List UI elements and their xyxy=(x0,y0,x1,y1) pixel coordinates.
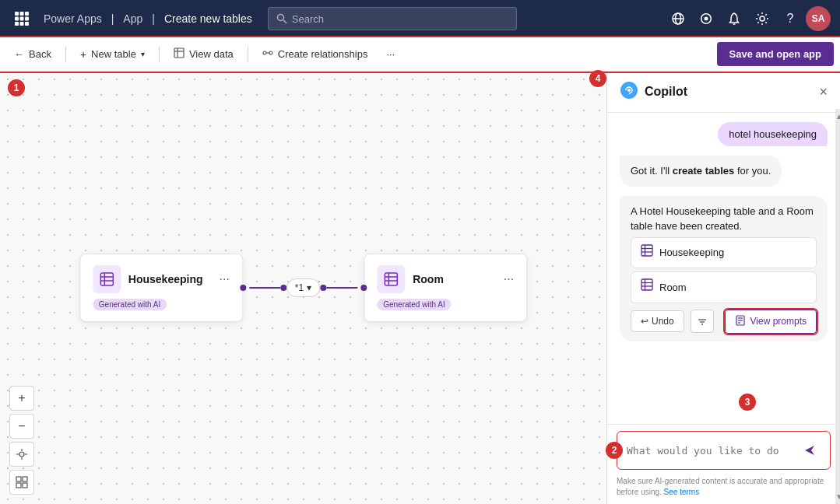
line-seg-1 xyxy=(249,287,280,289)
housekeeping-table-name: Housekeeping xyxy=(128,273,212,285)
pan-tool-button[interactable] xyxy=(9,442,34,467)
chip-name-1: Housekeeping xyxy=(659,245,724,261)
relation-text: *1 xyxy=(295,282,304,293)
chevron-down-icon: ▾ xyxy=(141,50,145,58)
svg-rect-17 xyxy=(174,48,184,58)
create-relationships-button[interactable]: Create relationships xyxy=(255,43,376,65)
bot-message-2-container: A Hotel Housekeeping table and a Room ta… xyxy=(620,196,828,341)
svg-rect-3 xyxy=(15,17,19,21)
copilot-close-button[interactable]: × xyxy=(819,84,828,100)
undo-button[interactable]: ↩ Undo xyxy=(631,310,684,332)
more-options-button[interactable]: ··· xyxy=(378,44,402,65)
zoom-in-button[interactable]: + xyxy=(9,386,34,411)
table-chip-housekeeping[interactable]: Housekeeping xyxy=(631,237,817,269)
bot-msg1-part2: for you. xyxy=(734,165,771,177)
room-table-card[interactable]: Room ··· Generated with AI xyxy=(364,254,527,322)
bot-msg1-part1: Got it. I'll xyxy=(631,165,673,177)
copilot-header: Copilot × xyxy=(607,72,840,113)
room-menu-icon[interactable]: ··· xyxy=(504,272,514,286)
view-prompts-label: View prompts xyxy=(750,316,807,327)
svg-point-21 xyxy=(269,51,272,54)
copilot-footer: 2 Make sure AI-generated content is accu… xyxy=(607,424,840,504)
copilot-input-area xyxy=(617,431,831,470)
scroll-up-arrow[interactable]: ▲ xyxy=(835,112,840,121)
app-label: App xyxy=(123,12,142,25)
relation-label[interactable]: *1 ▾ xyxy=(286,278,320,297)
gear-icon[interactable] xyxy=(750,6,775,31)
view-data-label: View data xyxy=(189,48,234,60)
svg-point-41 xyxy=(627,89,631,92)
back-arrow-icon: ← xyxy=(14,48,24,60)
user-message: hotel housekeeping xyxy=(718,122,828,146)
toolbar-divider-3 xyxy=(248,47,248,62)
relationships-icon xyxy=(262,47,273,61)
svg-point-20 xyxy=(263,51,266,54)
view-data-button[interactable]: View data xyxy=(166,43,241,65)
grid-menu-icon[interactable] xyxy=(9,6,34,31)
scroll-down-arrow[interactable]: ▼ xyxy=(835,492,840,501)
relation-connector: *1 ▾ xyxy=(243,278,364,297)
bot-msg2-text: A Hotel Housekeeping table and a Room ta… xyxy=(631,205,814,233)
svg-rect-8 xyxy=(25,22,29,26)
svg-line-10 xyxy=(283,20,286,23)
housekeeping-menu-icon[interactable]: ··· xyxy=(219,272,229,286)
zoom-out-button[interactable]: − xyxy=(9,414,34,439)
toolbar-divider-2 xyxy=(159,47,160,62)
separator2: | xyxy=(152,12,155,25)
top-navigation: Power Apps | App | Create new tables Sea… xyxy=(0,0,840,37)
copilot-title: Copilot xyxy=(645,85,813,99)
copilot-disclaimer: Make sure AI-generated content is accura… xyxy=(617,476,831,498)
copilot-icon[interactable] xyxy=(694,6,719,31)
toolbar: ← Back + New table ▾ View data Create re… xyxy=(0,37,840,72)
relation-dot-left xyxy=(280,285,286,291)
card-dot-left-room xyxy=(360,285,367,291)
user-avatar[interactable]: SA xyxy=(806,6,831,31)
view-prompts-button[interactable]: View prompts xyxy=(725,310,817,334)
filter-button[interactable] xyxy=(691,310,714,333)
chevron-icon: ▾ xyxy=(307,282,311,293)
svg-rect-27 xyxy=(385,273,397,285)
room-ai-badge: Generated with AI xyxy=(377,299,452,310)
svg-rect-6 xyxy=(15,22,19,26)
new-table-button[interactable]: + New table ▾ xyxy=(72,44,153,65)
svg-rect-46 xyxy=(641,279,652,290)
badge-2: 2 xyxy=(606,442,623,459)
svg-point-14 xyxy=(705,17,708,21)
input-wrapper: 2 xyxy=(617,431,831,470)
help-icon[interactable]: ? xyxy=(778,6,803,31)
svg-point-31 xyxy=(19,452,24,457)
svg-point-16 xyxy=(760,16,764,21)
back-button[interactable]: ← Back xyxy=(6,44,59,65)
canvas-area[interactable]: 1 Housekeeping ··· xyxy=(0,72,606,504)
copilot-messages[interactable]: hotel housekeeping Got it. I'll create t… xyxy=(607,113,840,424)
plus-icon: + xyxy=(80,48,86,61)
housekeeping-table-card[interactable]: Housekeeping ··· Generated with AI xyxy=(79,254,243,322)
card-header-room: Room ··· xyxy=(377,265,514,293)
room-table-name: Room xyxy=(413,273,496,285)
copilot-send-button[interactable] xyxy=(799,439,821,461)
search-bar[interactable]: Search xyxy=(268,7,517,30)
copilot-panel: Copilot × hotel housekeeping Got it. I'l… xyxy=(606,72,840,504)
svg-rect-39 xyxy=(23,483,27,488)
map-view-button[interactable] xyxy=(9,470,34,495)
copilot-input-field[interactable] xyxy=(627,445,793,457)
table-view-icon xyxy=(174,47,185,61)
bot-message-1: Got it. I'll create tables for you. xyxy=(620,156,782,187)
save-and-open-button[interactable]: Save and open app xyxy=(717,42,834,66)
svg-rect-2 xyxy=(25,12,29,16)
badge-4: 4 xyxy=(589,70,606,87)
table-chip-room[interactable]: Room xyxy=(631,271,817,303)
svg-rect-37 xyxy=(23,477,27,481)
copilot-scrollbar[interactable]: ▲ ▼ xyxy=(835,109,840,504)
svg-rect-4 xyxy=(20,17,24,21)
bell-icon[interactable] xyxy=(722,6,747,31)
chip-name-2: Room xyxy=(659,280,687,296)
copilot-logo xyxy=(620,81,638,103)
badge-3: 3 xyxy=(739,394,756,411)
chip-table-icon-2 xyxy=(641,278,653,296)
housekeeping-ai-badge: Generated with AI xyxy=(93,299,167,310)
globe-icon[interactable] xyxy=(666,6,691,31)
see-terms-link[interactable]: See terms xyxy=(664,488,700,496)
undo-label: Undo xyxy=(652,316,674,327)
toolbar-divider-1 xyxy=(65,47,66,62)
